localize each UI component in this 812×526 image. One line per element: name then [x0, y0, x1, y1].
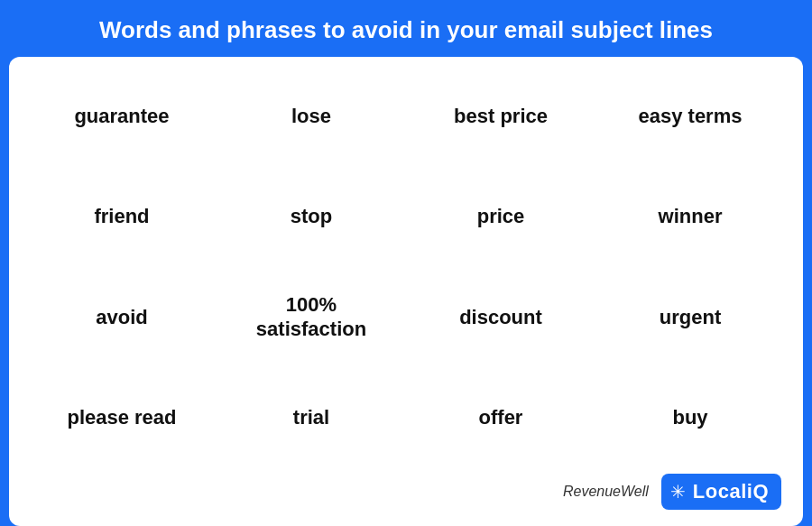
grid-item: offer — [406, 368, 595, 468]
footer-row: RevenueWell ✳ LocaliQ — [27, 468, 785, 517]
grid-item: avoid — [27, 267, 217, 367]
grid-item: 100%satisfaction — [217, 267, 406, 367]
grid-item: urgent — [595, 267, 785, 367]
grid-item: easy terms — [595, 66, 785, 166]
grid-item: best price — [406, 66, 595, 166]
page-title: Words and phrases to avoid in your email… — [18, 16, 794, 44]
grid-item: guarantee — [27, 66, 217, 166]
grid-item: discount — [406, 267, 595, 367]
grid-item: friend — [27, 167, 217, 267]
grid-item: winner — [595, 167, 785, 267]
grid-item: buy — [595, 368, 785, 468]
main-card: guaranteelosebest priceeasy termsfriends… — [9, 57, 803, 526]
grid-item: lose — [217, 66, 406, 166]
localiq-text: LocaliQ — [693, 480, 769, 503]
localiq-badge: ✳ LocaliQ — [661, 474, 781, 510]
grid-item: price — [406, 167, 595, 267]
grid-item: stop — [217, 167, 406, 267]
words-grid: guaranteelosebest priceeasy termsfriends… — [27, 66, 785, 468]
header: Words and phrases to avoid in your email… — [0, 0, 812, 57]
grid-item: please read — [27, 368, 217, 468]
revenuewell-label: RevenueWell — [563, 484, 649, 500]
grid-item: trial — [217, 368, 406, 468]
localiq-icon: ✳ — [670, 481, 686, 503]
